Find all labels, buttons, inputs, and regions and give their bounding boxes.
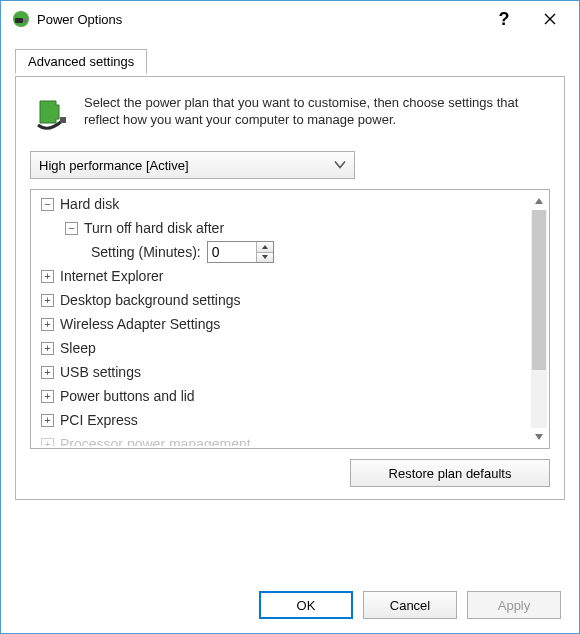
button-label: Apply xyxy=(498,598,531,613)
tree-node-usb-settings[interactable]: + USB settings xyxy=(35,360,531,384)
expand-icon[interactable]: + xyxy=(41,390,54,403)
scroll-up-button[interactable] xyxy=(531,192,547,210)
expand-icon[interactable]: + xyxy=(41,414,54,427)
tree-node-turn-off-hard-disk[interactable]: − Turn off hard disk after xyxy=(35,216,531,240)
power-options-icon xyxy=(11,9,31,29)
tree-node-pci-express[interactable]: + PCI Express xyxy=(35,408,531,432)
expand-icon[interactable]: + xyxy=(41,342,54,355)
title-bar: Power Options ? xyxy=(1,1,579,37)
close-button[interactable] xyxy=(527,4,573,34)
tree-label: Hard disk xyxy=(60,196,119,212)
collapse-icon[interactable]: − xyxy=(41,198,54,211)
expand-icon[interactable]: + xyxy=(41,294,54,307)
scroll-thumb[interactable] xyxy=(532,210,546,370)
expand-icon[interactable]: + xyxy=(41,366,54,379)
help-button[interactable]: ? xyxy=(481,4,527,34)
cancel-button[interactable]: Cancel xyxy=(363,591,457,619)
tree-node-setting-minutes: Setting (Minutes): xyxy=(35,240,531,264)
expand-icon[interactable]: + xyxy=(41,318,54,331)
tab-strip: Advanced settings xyxy=(15,49,565,77)
tree-label: Desktop background settings xyxy=(60,292,241,308)
tree-label: Internet Explorer xyxy=(60,268,164,284)
scroll-track[interactable] xyxy=(531,210,547,428)
button-label: OK xyxy=(297,598,316,613)
tree-scrollbar[interactable] xyxy=(531,192,547,446)
tab-rule xyxy=(15,76,565,77)
tree-label: Turn off hard disk after xyxy=(84,220,224,236)
intro-row: Select the power plan that you want to c… xyxy=(30,95,550,135)
restore-defaults-button[interactable]: Restore plan defaults xyxy=(350,459,550,487)
tree-node-sleep[interactable]: + Sleep xyxy=(35,336,531,360)
button-label: Cancel xyxy=(390,598,430,613)
expand-icon[interactable]: + xyxy=(41,438,54,447)
tree-label: Processor power management xyxy=(60,436,251,446)
scroll-down-button[interactable] xyxy=(531,428,547,446)
intro-text: Select the power plan that you want to c… xyxy=(84,95,550,135)
minutes-input[interactable] xyxy=(208,242,256,262)
minutes-spinner xyxy=(207,241,274,263)
chevron-down-icon xyxy=(334,158,346,173)
svg-rect-3 xyxy=(60,117,66,123)
apply-button: Apply xyxy=(467,591,561,619)
expand-icon[interactable]: + xyxy=(41,270,54,283)
dialog-footer: OK Cancel Apply xyxy=(259,591,561,619)
tree-node-wireless-adapter[interactable]: + Wireless Adapter Settings xyxy=(35,312,531,336)
tree-node-desktop-background[interactable]: + Desktop background settings xyxy=(35,288,531,312)
window-title: Power Options xyxy=(37,12,481,27)
tree-label: USB settings xyxy=(60,364,141,380)
tree-label: Wireless Adapter Settings xyxy=(60,316,220,332)
tab-page: Select the power plan that you want to c… xyxy=(15,77,565,500)
tree-node-hard-disk[interactable]: − Hard disk xyxy=(35,192,531,216)
settings-tree: − Hard disk − Turn off hard disk after S… xyxy=(30,189,550,449)
tree-node-processor-power[interactable]: + Processor power management xyxy=(35,432,531,446)
power-plan-select[interactable]: High performance [Active] xyxy=(30,151,355,179)
tree-label: Power buttons and lid xyxy=(60,388,195,404)
svg-rect-1 xyxy=(15,18,23,23)
collapse-icon[interactable]: − xyxy=(65,222,78,235)
tab-advanced-settings[interactable]: Advanced settings xyxy=(15,49,147,74)
tree-node-internet-explorer[interactable]: + Internet Explorer xyxy=(35,264,531,288)
tree-node-power-buttons-lid[interactable]: + Power buttons and lid xyxy=(35,384,531,408)
battery-plug-icon xyxy=(30,95,70,135)
tree-viewport: − Hard disk − Turn off hard disk after S… xyxy=(35,192,531,446)
spinner-down-button[interactable] xyxy=(257,252,273,263)
svg-rect-2 xyxy=(23,19,27,22)
power-plan-selected: High performance [Active] xyxy=(39,158,189,173)
setting-label: Setting (Minutes): xyxy=(91,244,201,260)
ok-button[interactable]: OK xyxy=(259,591,353,619)
tree-label: PCI Express xyxy=(60,412,138,428)
tab-label: Advanced settings xyxy=(28,54,134,69)
button-label: Restore plan defaults xyxy=(389,466,512,481)
spinner-up-button[interactable] xyxy=(257,242,273,252)
tree-label: Sleep xyxy=(60,340,96,356)
